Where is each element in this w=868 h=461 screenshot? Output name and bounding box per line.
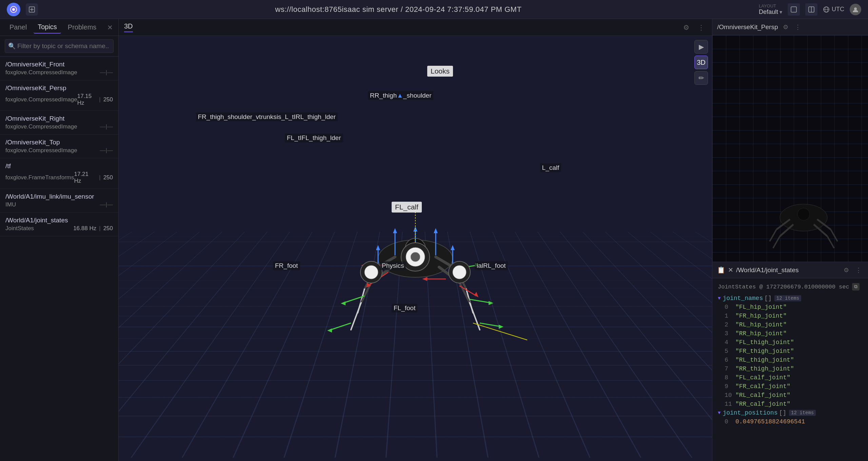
topic-item[interactable]: /OmniverseKit_Front foxglove.CompressedI… <box>0 57 118 80</box>
joint-positions-badge: 12 items <box>789 410 816 416</box>
joint-name-item: 7"RR_thigh_joint" <box>712 364 868 373</box>
joint-name-item: 2"RL_hip_joint" <box>712 320 868 329</box>
new-panel-button[interactable] <box>26 3 38 16</box>
joint-names-badge: 12 items <box>774 295 801 301</box>
camera-header-title: /OmniverseKit_Persp <box>717 23 778 31</box>
topic-name: /OmniverseKit_Top <box>5 139 113 146</box>
3d-mode-button[interactable]: 3D <box>694 56 708 69</box>
tab-topics[interactable]: Topics <box>34 21 61 34</box>
topic-item[interactable]: /World/A1/joint_states JointStates 16.88… <box>0 213 118 236</box>
topic-hz-empty: —|— <box>100 201 113 208</box>
topbar-right: LAYOUT Default ▾ UTC <box>759 3 861 16</box>
play-button[interactable]: ▶ <box>694 40 708 54</box>
svg-marker-31 <box>434 228 438 233</box>
joint-name-item: 5"FR_thigh_joint" <box>712 347 868 356</box>
expand-joint-positions-icon[interactable]: ▼ <box>718 410 721 416</box>
expand-joint-names-icon[interactable]: ▼ <box>718 296 721 301</box>
svg-point-11 <box>854 7 857 10</box>
topic-name: /tf <box>5 162 113 170</box>
topic-list: /OmniverseKit_Front foxglove.CompressedI… <box>0 57 118 461</box>
topic-hz: 17.15 Hz|250 <box>77 93 113 106</box>
center-panel: 3D ⚙ ⋮ <box>119 19 712 461</box>
joint-name-item: 6"RL_thigh_joint" <box>712 356 868 364</box>
json-settings-button[interactable]: ⚙ <box>842 265 851 275</box>
camera-robot-svg <box>746 174 861 255</box>
topic-item[interactable]: /OmniverseKit_Top foxglove.CompressedIma… <box>0 135 118 158</box>
topic-item[interactable]: /OmniverseKit_Right foxglove.CompressedI… <box>0 111 118 135</box>
svg-point-72 <box>797 208 810 220</box>
svg-marker-49 <box>499 325 504 329</box>
topic-item[interactable]: /OmniverseKit_Persp foxglove.CompressedI… <box>0 80 118 111</box>
svg-marker-45 <box>475 263 480 267</box>
topic-type: foxglove.CompressedImage <box>5 123 77 130</box>
panel-tabs: Panel Topics Problems ✕ <box>0 19 118 36</box>
svg-line-25 <box>470 303 480 330</box>
joint-positions-list: 00.04976518824696541 <box>712 417 868 426</box>
layout-dropdown[interactable]: Default ▾ <box>759 8 782 16</box>
more-options-icon[interactable]: ⋮ <box>696 22 707 33</box>
joint-names-key: joint_names <box>723 295 763 302</box>
topic-hz-empty: —|— <box>100 147 113 154</box>
topic-search-input[interactable] <box>5 39 114 53</box>
chevron-down-icon: ▾ <box>780 9 782 15</box>
tab-panel[interactable]: Panel <box>5 21 31 33</box>
json-copy-icon[interactable]: 📋 <box>717 266 725 274</box>
svg-point-62 <box>364 265 378 279</box>
joint-names-list: 0"FL_hip_joint"1"FR_hip_joint"2"RL_hip_j… <box>712 303 868 408</box>
svg-rect-5 <box>791 7 796 12</box>
utc-label: UTC <box>832 6 844 13</box>
svg-marker-39 <box>422 277 427 281</box>
joint-names-row[interactable]: ▼ joint_names [] 12 items <box>712 294 868 303</box>
topic-search-area: 🔍 <box>0 36 118 57</box>
svg-line-22 <box>351 303 361 330</box>
layout-selector[interactable]: LAYOUT Default ▾ <box>759 3 782 16</box>
settings-icon[interactable]: ⚙ <box>681 22 692 33</box>
viewport-3d[interactable]: Looks RR_thigh▲_shoulder FR_thigh_should… <box>119 36 712 461</box>
svg-marker-47 <box>489 301 493 305</box>
json-tree: JointStates @ 1727206679.010000000 sec ⧉… <box>712 278 868 461</box>
topic-type: foxglove.FrameTransforms <box>5 174 74 181</box>
topic-name: /OmniverseKit_Persp <box>5 84 113 92</box>
svg-line-46 <box>470 299 490 303</box>
topic-hz: 16.88 Hz|250 <box>73 225 113 232</box>
joint-name-item: 1"FR_hip_joint" <box>712 312 868 320</box>
json-close-button[interactable]: ✕ <box>728 266 733 274</box>
tab-problems[interactable]: Problems <box>64 21 100 33</box>
connection-title: ws://localhost:8765isaac sim server / 20… <box>43 5 753 14</box>
json-panel-section: 📋 ✕ /World/A1/joint_states ⚙ ⋮ JointStat… <box>712 262 868 461</box>
camera-more-button[interactable]: ⋮ <box>793 22 803 32</box>
search-icon: 🔍 <box>8 42 16 50</box>
left-panel: Panel Topics Problems ✕ 🔍 /OmniverseKit_… <box>0 19 119 461</box>
center-header: 3D ⚙ ⋮ <box>119 19 712 36</box>
panel-close-button[interactable]: ✕ <box>107 23 113 32</box>
joint-name-item: 3"RR_hip_joint" <box>712 329 868 338</box>
topic-type: IMU <box>5 201 16 208</box>
joint-name-item: 11"RR_calf_joint" <box>712 400 868 408</box>
json-more-button[interactable]: ⋮ <box>854 265 863 275</box>
joint-positions-key: joint_positions <box>723 409 777 416</box>
svg-point-1 <box>12 8 15 11</box>
topic-item[interactable]: /tf foxglove.FrameTransforms 17.21 Hz|25… <box>0 158 118 189</box>
topic-name: /OmniverseKit_Right <box>5 115 113 122</box>
layout-single-button[interactable] <box>788 3 800 16</box>
joint-positions-row[interactable]: ▼ joint_positions [] 12 items <box>712 408 868 417</box>
utc-button[interactable]: UTC <box>823 6 844 13</box>
topic-type: JointStates <box>5 225 34 232</box>
topbar: ws://localhost:8765isaac sim server / 20… <box>0 0 868 19</box>
joint-name-item: 10"RL_calf_joint" <box>712 391 868 400</box>
svg-marker-35 <box>451 245 455 250</box>
tab-3d[interactable]: 3D <box>124 22 133 32</box>
app-logo[interactable] <box>7 3 20 16</box>
svg-marker-27 <box>393 228 397 233</box>
camera-settings-button[interactable]: ⚙ <box>781 22 790 32</box>
layout-split-button[interactable] <box>805 3 817 16</box>
edit-button[interactable]: ✏ <box>694 71 708 85</box>
json-header: 📋 ✕ /World/A1/joint_states ⚙ ⋮ <box>712 262 868 278</box>
topic-name: /World/A1/joint_states <box>5 217 113 224</box>
topic-item[interactable]: /World/A1/imu_link/imu_sensor IMU —|— <box>0 189 118 213</box>
svg-point-58 <box>411 252 420 262</box>
user-avatar[interactable] <box>850 4 861 15</box>
svg-line-65 <box>770 229 776 241</box>
topic-hz-empty: —|— <box>100 69 113 76</box>
copy-timestamp-button[interactable]: ⧉ <box>852 283 860 290</box>
